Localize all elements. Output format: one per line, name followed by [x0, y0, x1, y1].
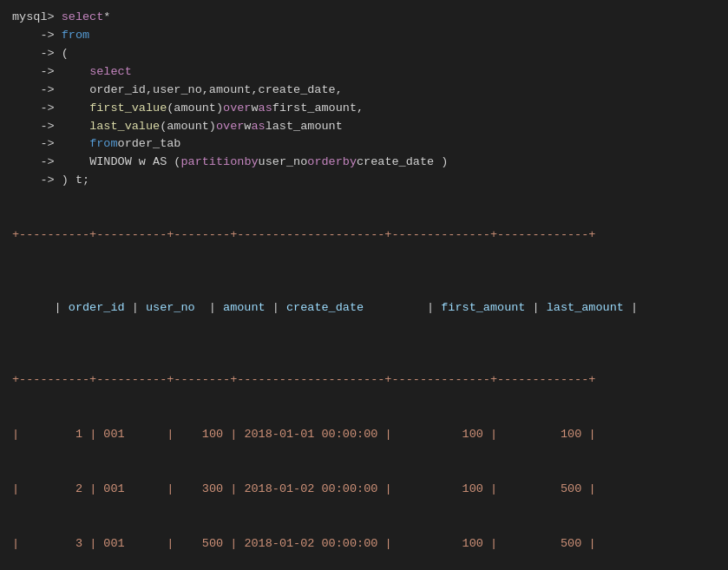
arrow-6: ->: [12, 100, 69, 118]
close-subq: ) t;: [62, 172, 89, 190]
header-user-no: user_no: [146, 301, 195, 314]
over-w-2: w: [244, 118, 251, 136]
header-order-id: order_id: [69, 301, 125, 314]
indent-7: [69, 118, 89, 136]
query-line-9: -> WINDOW w AS ( partition by user_no or…: [12, 154, 728, 172]
indent-6: [69, 100, 89, 118]
arrow-2: ->: [12, 27, 62, 45]
indent-5: [69, 82, 89, 100]
table-name: order_tab: [118, 135, 181, 154]
alias-last: last_amount: [266, 118, 343, 136]
col-list: order_id,user_no,amount,create_date,: [89, 82, 343, 100]
header-last-amount: last_amount: [547, 301, 624, 314]
query-line-1: mysql> select *: [12, 9, 728, 27]
kw-by-1: by: [244, 154, 258, 172]
arrow-8: ->: [12, 135, 69, 154]
paren-open: (: [62, 45, 69, 63]
kw-from-inner: from: [89, 135, 117, 154]
kw-from-1: from: [62, 27, 89, 45]
kw-over-2: over: [216, 118, 244, 136]
arrow-10: ->: [12, 172, 62, 190]
table-row: | 1 | 001 | 100 | 2018-01-01 00:00:00 | …: [12, 426, 728, 444]
alias-first: first_amount,: [272, 100, 364, 118]
indent-8: [69, 135, 89, 154]
partition-col: user_no: [259, 154, 308, 172]
query-line-8: -> from order_tab: [12, 135, 728, 154]
kw-order: order: [307, 154, 343, 172]
arrow-5: ->: [12, 82, 69, 100]
separator-header: +----------+----------+--------+--------…: [12, 371, 728, 390]
fn-arg-1: (amount): [167, 100, 223, 118]
keyword-select: select: [62, 9, 104, 27]
arrow-3: ->: [12, 45, 62, 63]
kw-select-inner: select: [89, 63, 132, 82]
fn-last-value: last_value: [89, 118, 160, 136]
arrow-7: ->: [12, 118, 69, 136]
kw-as-1: as: [259, 100, 272, 118]
table-row: | 3 | 001 | 500 | 2018-01-02 00:00:00 | …: [12, 535, 728, 554]
pipe-1: |: [55, 301, 69, 314]
over-w-1: w: [251, 100, 258, 118]
kw-over-1: over: [223, 100, 251, 118]
header-first-amount: first_amount: [441, 301, 525, 314]
table-output: +----------+----------+--------+--------…: [12, 190, 728, 570]
header-amount: amount: [223, 301, 266, 314]
kw-by-2: by: [343, 154, 357, 172]
query-line-10: -> ) t;: [12, 172, 728, 190]
arrow-4: ->: [12, 63, 69, 82]
query-line-4: -> select: [12, 63, 728, 82]
kw-partition: partition: [180, 154, 244, 172]
header-create-date: create_date: [286, 301, 420, 314]
fn-arg-2: (amount): [160, 118, 216, 136]
arrow-9: ->: [12, 154, 69, 172]
fn-first-value: first_value: [89, 100, 167, 118]
query-line-7: -> last_value (amount) over w as last_am…: [12, 118, 728, 136]
indent-4: [69, 63, 89, 82]
prompt-label: mysql>: [12, 9, 62, 27]
query-line-5: -> order_id,user_no,amount,create_date,: [12, 82, 728, 100]
table-row: | 2 | 001 | 300 | 2018-01-02 00:00:00 | …: [12, 481, 728, 499]
query-line-2: -> from: [12, 27, 728, 45]
order-col: create_date ): [357, 154, 448, 172]
terminal-window: mysql> select * -> from -> ( -> select -…: [12, 9, 728, 570]
indent-9: [69, 154, 89, 172]
query-star: *: [103, 9, 110, 27]
separator-top: +----------+----------+--------+--------…: [12, 226, 728, 245]
query-line-6: -> first_value (amount) over w as first_…: [12, 100, 728, 118]
window-keyword: WINDOW w AS (: [89, 154, 180, 172]
kw-as-2: as: [251, 118, 265, 136]
query-line-3: -> (: [12, 45, 728, 63]
table-header-row: | order_id | user_no | amount | create_d…: [12, 281, 728, 336]
